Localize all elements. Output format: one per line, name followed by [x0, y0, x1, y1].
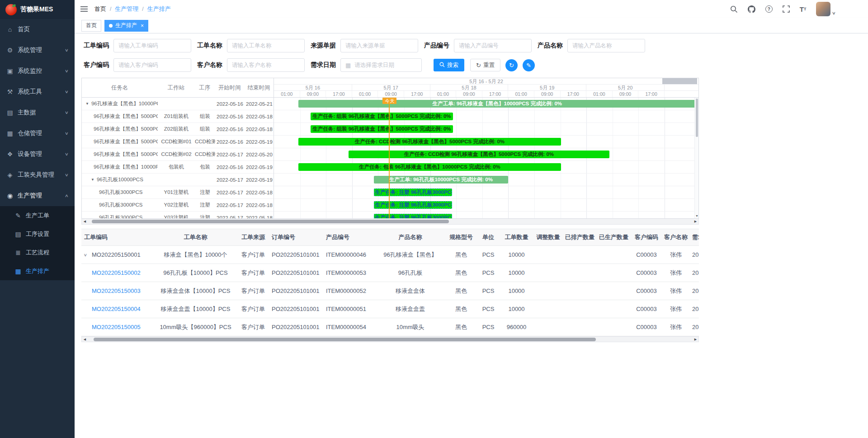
scroll-right-icon[interactable]: ▶ [693, 220, 698, 223]
sidebar-item[interactable]: ◉生产管理∧ [0, 185, 75, 206]
today-badge: 今天 [382, 98, 396, 104]
sidebar-subitem[interactable]: ✎生产工单 [0, 206, 75, 225]
github-icon[interactable] [748, 5, 755, 14]
breadcrumb-item[interactable]: 生产排产 [147, 5, 171, 13]
refresh-circle-button[interactable]: ↻ [505, 59, 518, 71]
task-start: 2022-05-16 [215, 114, 245, 119]
tab-label: 生产排产 [115, 22, 137, 29]
table-cell: ITEM00000053 [323, 264, 375, 282]
table-cell [563, 246, 597, 264]
sidebar-subitem[interactable]: ≣工艺流程 [0, 243, 75, 262]
filter-input[interactable] [113, 58, 191, 72]
gantt-bar-label: 生产任务: 注塑 96孔孔板3000PCS 完成比例: 0% [375, 189, 453, 196]
gantt-bar[interactable]: 生产任务: 组装 96孔移液盒【黑色】5000PCS 完成比例: 0% [311, 125, 453, 133]
scroll-right-icon[interactable]: ▶ [693, 338, 698, 341]
avatar [816, 2, 830, 16]
close-icon[interactable]: × [141, 23, 144, 28]
gantt-vertical-scrollbar[interactable]: ▼ [694, 98, 698, 218]
sidebar-item[interactable]: ⚒系统工具∨ [0, 81, 75, 102]
gantt-bar[interactable]: 生产任务: 注塑 96孔孔板3000PCS 完成比例: 0% [374, 201, 453, 209]
collapse-caret-icon[interactable]: ▼ [91, 178, 94, 182]
table-cell [533, 264, 563, 282]
search-icon[interactable] [730, 5, 738, 14]
scroll-left-icon[interactable]: ◀ [82, 338, 88, 341]
gantt-bar[interactable]: 生产工单: 96孔移液盒【黑色】10000PCS 完成比例: 0% [298, 100, 696, 108]
filter-input[interactable] [567, 39, 645, 52]
gantt-bar[interactable]: 生产任务: 包装 96孔移液盒【黑色】10000PCS 完成比例: 0% [298, 163, 561, 171]
sidebar-item[interactable]: ⚙系统管理∨ [0, 40, 75, 61]
sidebar-item-label: 设备管理 [18, 150, 42, 158]
gantt-task-row: ▼96孔移液盒【黑色】10000PCS2022-05-162022-05-21 [82, 98, 274, 110]
scroll-left-icon[interactable]: ◀ [82, 220, 88, 223]
gantt-bar[interactable]: 生产任务: CCD检测 96孔移液盒【黑色】5000PCS 完成比例: 0% [298, 138, 561, 146]
sidebar-item[interactable]: ❖设备管理∨ [0, 144, 75, 165]
gantt-column-header: 开始时间 [215, 84, 244, 92]
sidebar-item[interactable]: ▣系统监控∨ [0, 61, 75, 81]
filter-input[interactable] [227, 58, 305, 72]
font-size-icon[interactable]: TT [800, 5, 807, 14]
user-menu[interactable]: ∨ [816, 2, 835, 16]
table-horizontal-scrollbar[interactable]: ◀ ▶ [81, 336, 699, 342]
breadcrumb-item[interactable]: 生产管理 [115, 5, 138, 13]
gantt-hour-label: 09:00 [300, 91, 326, 98]
sidebar-item[interactable]: ▦仓储管理∨ [0, 123, 75, 144]
scroll-down-icon[interactable]: ▼ [695, 214, 699, 218]
gantt-bar[interactable]: 生产任务: CCD检测 96孔移液盒【黑色】5000PCS 完成比例: 0% [349, 151, 609, 158]
tabs-bar: 首页生产排产× [75, 18, 868, 33]
sidebar-subitem[interactable]: ▤工序设置 [0, 225, 75, 243]
gantt-bar[interactable]: 生产任务: 注塑 96孔孔板3000PCS 完成比例: 0% [374, 214, 453, 218]
gantt-horizontal-scrollbar[interactable]: ◀ ▶ [81, 219, 699, 225]
workorder-code-link[interactable]: MO202205150002 [92, 269, 141, 276]
scrollbar-track[interactable] [88, 336, 693, 342]
gantt-day-label: 5月 19 [508, 85, 586, 90]
app-logo[interactable]: 苦糖果MES [0, 0, 75, 19]
gantt-hour-label: 17:00 [561, 91, 587, 98]
filter-field: 来源单据 [311, 39, 418, 52]
demand-date-input[interactable]: ▦请选择需求日期 [340, 58, 422, 72]
gantt-bar[interactable]: 生产任务: 注塑 96孔孔板3000PCS 完成比例: 0% [374, 188, 453, 196]
help-icon[interactable]: ? [765, 5, 773, 14]
sidebar-subitem[interactable]: ▦生产排产 [0, 262, 75, 280]
workorder-code-link[interactable]: MO202205150004 [92, 306, 141, 312]
task-name: 96孔移液盒【黑色】5000PCS [94, 113, 158, 120]
workorder-code-link[interactable]: MO202205150003 [92, 287, 141, 294]
workorder-code-link[interactable]: MO202205150005 [92, 324, 141, 330]
gantt-bar[interactable]: 生产任务: 组装 96孔移液盒【黑色】5000PCS 完成比例: 0% [311, 113, 453, 120]
task-end: 2022-05-19 [245, 139, 274, 145]
table-cell: ∨MO202205150003 [81, 282, 154, 300]
app-logo-icon [5, 4, 17, 15]
task-name-cell: 96孔孔板3000PCS [82, 214, 158, 218]
monitor-icon: ▣ [6, 67, 14, 75]
edit-circle-button[interactable]: ✎ [523, 59, 535, 71]
table-cell: ITEM00000054 [323, 318, 375, 336]
table-cell [563, 318, 597, 336]
filter-input[interactable] [340, 39, 418, 52]
sidebar-item-label: 系统管理 [18, 46, 42, 54]
device-icon: ❖ [6, 151, 14, 158]
search-button[interactable]: 搜索 [434, 59, 464, 71]
gantt-bar[interactable]: 生产工单: 96孔孔板10000PCS 完成比例: 0% [374, 176, 509, 184]
filter-input[interactable] [227, 39, 305, 52]
main-area: 首页/生产管理/生产排产 ? [75, 0, 868, 438]
collapse-caret-icon[interactable]: ▼ [85, 102, 89, 106]
tab-active[interactable]: 生产排产× [104, 20, 148, 32]
scrollbar-thumb[interactable] [696, 99, 698, 137]
filter-input[interactable] [113, 39, 191, 52]
sidebar-toggle-button[interactable] [75, 0, 94, 18]
scrollbar-track[interactable] [88, 219, 693, 225]
filter-input[interactable] [454, 39, 532, 52]
task-process: 注塑 [195, 202, 215, 208]
reset-button[interactable]: ↻ 重置 [470, 59, 500, 71]
scrollbar-thumb[interactable] [94, 338, 596, 341]
gantt-hour-label: 09:00 [378, 91, 404, 98]
scrollbar-thumb[interactable] [92, 220, 448, 223]
fullscreen-icon[interactable] [783, 5, 790, 14]
sidebar-item[interactable]: ▤主数据∨ [0, 102, 75, 123]
sidebar-item[interactable]: ⌂首页 [0, 19, 75, 40]
sidebar-item[interactable]: ◈工装夹具管理∨ [0, 165, 75, 185]
gantt-task-row: 96孔移液盒【黑色】5000PCSCCD检测#01CCD检测2022-05-16… [82, 136, 274, 148]
tab-item[interactable]: 首页 [81, 20, 101, 32]
row-expand-caret-icon[interactable]: ∨ [84, 253, 90, 257]
table-cell: 张伟 [662, 318, 689, 336]
task-name: 96孔孔板3000PCS [99, 214, 143, 218]
